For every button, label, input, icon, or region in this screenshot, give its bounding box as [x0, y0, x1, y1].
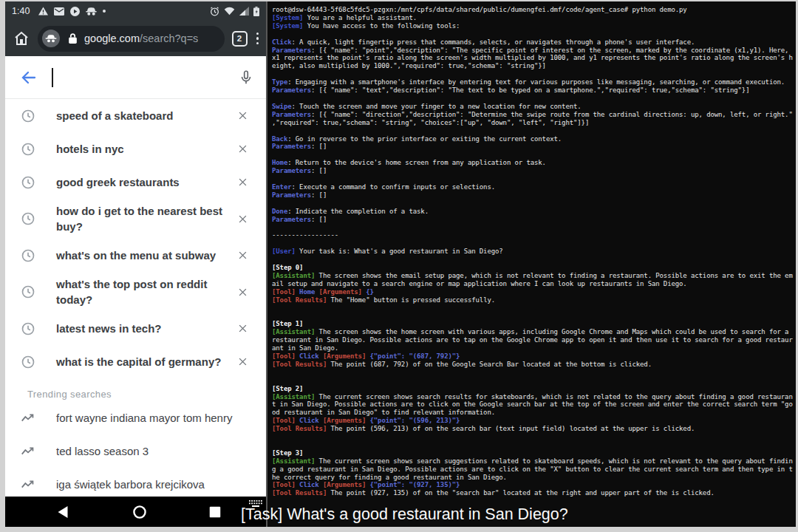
- terminal-line: Parameters: [{ "name": "direction","desc…: [272, 111, 796, 119]
- terminal-line: restaurant in San Diego. Possible action…: [272, 336, 796, 344]
- terminal-line: he correct query for finding a good rest…: [272, 474, 796, 482]
- terminal-line: Type: Engaging with a smartphone's inter…: [272, 78, 796, 86]
- terminal-line: od restaurant in San Diego" to find rele…: [272, 409, 796, 417]
- back-arrow-icon[interactable]: [20, 69, 38, 86]
- suggestion-row[interactable]: good greek restaurants: [5, 166, 266, 199]
- phone-screenshot: 1:40: [5, 1, 266, 527]
- terminal-line: [Step 1]: [272, 320, 796, 328]
- wifi-icon: [224, 7, 235, 16]
- terminal-line: [272, 127, 796, 135]
- trending-row[interactable]: fort wayne indiana mayor tom henry: [5, 401, 266, 434]
- nav-home-button[interactable]: [132, 505, 147, 519]
- trending-list: fort wayne indiana mayor tom henryted la…: [5, 401, 266, 501]
- remove-suggestion-icon[interactable]: [234, 140, 251, 157]
- suggestion-label: latest news in tech?: [56, 316, 227, 341]
- mic-icon[interactable]: [238, 69, 254, 86]
- terminal-line: Parameters: []: [272, 191, 796, 200]
- terminal-line: Parameters: []: [272, 143, 796, 151]
- terminal-line: x1 represents the point's ratio along th…: [272, 54, 796, 62]
- terminal-line: Done: Indicate the completion of a task.: [272, 208, 796, 216]
- terminal-line: [Tool] Click [Arguments] {"point": "(596…: [272, 417, 796, 425]
- terminal-line: [272, 223, 796, 231]
- search-header: [5, 56, 266, 99]
- incognito-icon: [86, 7, 97, 16]
- terminal-line: [Tool Results] The point (927, 135) of o…: [272, 489, 796, 497]
- nav-recents-button[interactable]: [210, 506, 221, 517]
- suggestion-row[interactable]: how do i get to the nearest best buy?: [5, 199, 266, 239]
- terminal-line: Back: Go in reverse to the prior interfa…: [272, 135, 796, 143]
- terminal-line: [272, 369, 796, 377]
- remove-suggestion-icon[interactable]: [234, 320, 251, 337]
- url-bar[interactable]: google.com/search?q=s: [38, 26, 225, 52]
- suggestion-label: what's the top post on reddit today?: [56, 272, 227, 312]
- terminal-line: -----------------: [272, 231, 796, 239]
- remove-suggestion-icon[interactable]: [234, 353, 251, 370]
- trending-label: fort wayne indiana mayor tom henry: [56, 412, 256, 424]
- terminal-line: [Tool Results] The point (596, 213) of o…: [272, 425, 796, 433]
- terminal-line: Parameters: [{ "name": "text","descripti…: [272, 86, 796, 95]
- terminal-line: ,"required": true,"schema": "string", "c…: [272, 119, 796, 127]
- suggestion-row[interactable]: latest news in tech?: [5, 312, 266, 345]
- suggestion-row[interactable]: what is the capital of germany?: [5, 345, 266, 378]
- browser-toolbar: google.com/search?q=s 2: [5, 21, 266, 56]
- suggestion-row[interactable]: what's on the menu at subway: [5, 239, 266, 272]
- browser-menu-button[interactable]: [256, 33, 259, 45]
- terminal-line: ant in San Diego.: [272, 344, 796, 352]
- terminal-line: [272, 151, 796, 159]
- alarm-icon: [210, 7, 219, 16]
- terminal-line: [272, 30, 796, 38]
- remove-suggestion-icon[interactable]: [234, 211, 251, 228]
- terminal-line: [Tool] Click [Arguments] {"point": "(687…: [272, 352, 796, 361]
- trending-label: iga świątek barbora krejcikova: [56, 478, 256, 491]
- terminal-line: [272, 70, 796, 78]
- suggestion-label: how do i get to the nearest best buy?: [56, 199, 227, 239]
- terminal-line: Parameters: [{ "name": "point","descript…: [272, 47, 796, 55]
- remove-suggestion-icon[interactable]: [234, 174, 251, 191]
- terminal-line: [Assistant] The current screen shows sea…: [272, 457, 796, 466]
- terminal-line: [Tool Results] The point (687, 792) of o…: [272, 361, 796, 369]
- play-protect-icon: [70, 7, 80, 16]
- suggestion-label: what is the capital of germany?: [56, 349, 227, 374]
- remove-suggestion-icon[interactable]: [234, 247, 251, 264]
- trending-row[interactable]: ted lasso season 3: [5, 434, 266, 468]
- history-clock-icon: [19, 211, 37, 226]
- trending-up-icon: [19, 477, 37, 493]
- terminal-line: Click: A quick, light fingertip press th…: [272, 38, 796, 47]
- terminal-line: [Step 2]: [272, 385, 796, 393]
- task-caption: [Task] What's a good restaurant in San D…: [241, 505, 568, 524]
- terminal-line: Enter: Execute a command to confirm inpu…: [272, 183, 796, 191]
- terminal-line: [Assistant] The screen shows the home sc…: [272, 328, 796, 336]
- terminal-line: [272, 239, 796, 248]
- history-clock-icon: [19, 321, 37, 336]
- terminal-line: [272, 200, 796, 208]
- suggestion-label: hotels in nyc: [56, 137, 227, 161]
- terminal-panel: root@dsw-64443-5f68c5fdc5-pzgxn:/mnt/cpf…: [266, 1, 796, 527]
- suggestion-label: good greek restaurants: [56, 170, 227, 194]
- terminal-line: g a good restaurant in San Diego. Possib…: [272, 466, 796, 474]
- trending-up-icon: [19, 443, 37, 460]
- suggestion-row[interactable]: speed of a skateboard: [5, 99, 266, 132]
- suggestion-label: what's on the menu at subway: [56, 243, 227, 267]
- history-clock-icon: [19, 248, 37, 263]
- terminal-line: eight, also multiplied by 1000.","requir…: [272, 62, 796, 70]
- home-button[interactable]: [13, 30, 30, 47]
- tab-switcher-button[interactable]: 2: [232, 31, 248, 47]
- terminal-line: [Assistant] The current screen shows sea…: [272, 393, 796, 401]
- terminal-line: [System] You are a helpful assistant.: [272, 14, 796, 22]
- battery-icon: [253, 7, 259, 16]
- terminal-line: Parameters: []: [272, 216, 796, 224]
- remove-suggestion-icon[interactable]: [234, 107, 251, 124]
- status-bar: 1:40: [5, 1, 266, 21]
- terminal-line: [272, 377, 796, 385]
- terminal-line: [272, 256, 796, 264]
- suggestion-row[interactable]: hotels in nyc: [5, 132, 266, 166]
- terminal-line: root@dsw-64443-5f68c5fdc5-pzgxn:/mnt/cpf…: [272, 6, 796, 14]
- nav-back-button[interactable]: [56, 505, 69, 519]
- history-clock-icon: [19, 142, 37, 157]
- terminal-line: Parameters: []: [272, 167, 796, 175]
- terminal-line: [Tool] Home [Arguments] {}: [272, 288, 796, 296]
- url-path: /search?q=s: [140, 33, 198, 44]
- remove-suggestion-icon[interactable]: [234, 284, 251, 301]
- suggestion-row[interactable]: what's the top post on reddit today?: [5, 272, 266, 312]
- terminal-line: t in San Diego. Possible actions are to …: [272, 400, 796, 409]
